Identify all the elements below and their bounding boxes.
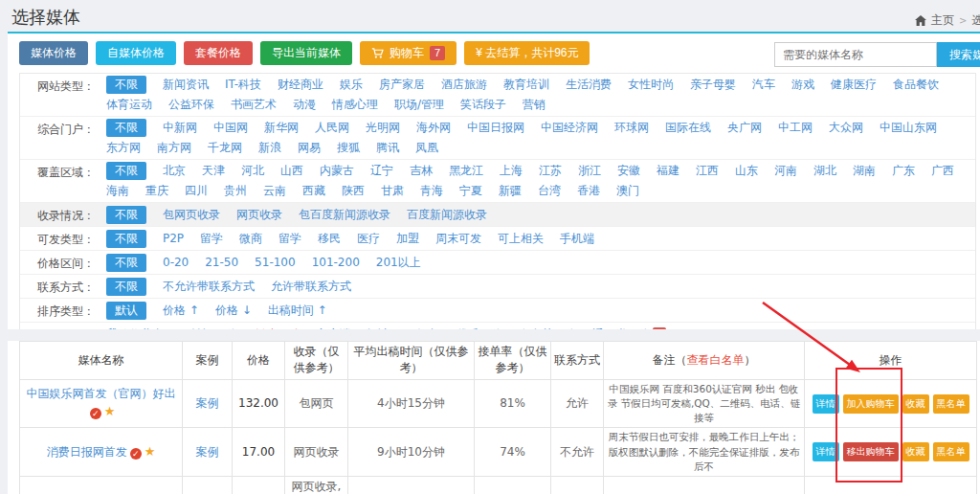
- filter-option[interactable]: 创建百科: [254, 326, 300, 330]
- filter-selected-chip[interactable]: 不限: [106, 162, 146, 180]
- filter-option[interactable]: 网页收录: [236, 206, 282, 224]
- filter-option[interactable]: 宁夏: [459, 182, 482, 200]
- filter-option[interactable]: 医疗: [357, 230, 380, 248]
- filter-option[interactable]: 视频: [417, 326, 440, 330]
- cart-button[interactable]: 购物车 7: [360, 41, 457, 65]
- filter-option[interactable]: 辽宁: [370, 162, 393, 180]
- filter-option[interactable]: 网易: [298, 139, 321, 157]
- filter-option[interactable]: 可上相关: [498, 230, 544, 248]
- filter-option[interactable]: 中工网: [778, 119, 813, 137]
- filter-option[interactable]: 百度新闻源收录: [407, 206, 487, 224]
- favorite-button[interactable]: 收藏: [902, 394, 929, 414]
- filter-option[interactable]: 重庆: [145, 182, 168, 200]
- filter-option[interactable]: 广西: [931, 162, 954, 180]
- filter-option[interactable]: 安徽: [617, 162, 640, 180]
- filter-option[interactable]: 书画艺术: [231, 96, 277, 114]
- filter-option[interactable]: 四川: [185, 182, 208, 200]
- filter-option[interactable]: 海南: [106, 182, 129, 200]
- filter-option[interactable]: 已认证媒体: [180, 326, 237, 330]
- filter-option[interactable]: 包百度新闻源收录: [299, 206, 390, 224]
- filter-selected-chip[interactable]: 不限: [106, 278, 146, 296]
- filter-option[interactable]: 留学: [200, 230, 223, 248]
- filter-option[interactable]: 陕西: [342, 182, 365, 200]
- filter-option[interactable]: 体育运动: [106, 96, 152, 114]
- filter-option[interactable]: 周末可发: [435, 230, 481, 248]
- filter-option[interactable]: 21-50: [205, 254, 238, 272]
- filter-option[interactable]: 搜狐: [337, 139, 360, 157]
- detail-button[interactable]: 详情: [813, 442, 839, 461]
- filter-option[interactable]: 价格 ↓: [215, 302, 252, 320]
- filter-option[interactable]: 101-200: [312, 254, 360, 272]
- filter-option[interactable]: 北京: [163, 162, 186, 180]
- filter-selected-chip[interactable]: 默认: [106, 302, 146, 320]
- media-name-link[interactable]: 消费日报网首发: [47, 445, 127, 459]
- filter-option[interactable]: 房产家居: [379, 76, 425, 94]
- filter-selected-chip[interactable]: 不限: [106, 254, 146, 272]
- filter-option[interactable]: 湖南: [853, 162, 876, 180]
- filter-option[interactable]: 上海: [500, 162, 523, 180]
- filter-option[interactable]: 酒店旅游: [441, 76, 487, 94]
- filter-option[interactable]: 白名单媒体: [519, 326, 576, 330]
- blacklist-button[interactable]: 黑名单: [933, 394, 969, 414]
- filter-option[interactable]: 加盟: [396, 230, 419, 248]
- remove-from-cart-button[interactable]: 移出购物车: [843, 442, 899, 461]
- filter-option[interactable]: P2P: [163, 230, 184, 248]
- filter-option[interactable]: 凤凰: [415, 139, 438, 157]
- filter-option[interactable]: 黑龙江: [449, 162, 483, 180]
- filter-option[interactable]: 海外网: [416, 119, 451, 137]
- filter-option[interactable]: 甘肃: [381, 182, 404, 200]
- filter-option[interactable]: 央广网: [727, 119, 762, 137]
- filter-option[interactable]: 湖北: [813, 162, 836, 180]
- filter-option[interactable]: 我的收藏夹: [106, 326, 164, 330]
- filter-option[interactable]: 娱乐: [340, 76, 363, 94]
- media-name-link[interactable]: 中国娱乐网首发（官网）好出: [27, 387, 176, 400]
- filter-option[interactable]: IT-科技: [225, 76, 261, 94]
- filter-option[interactable]: 51-100: [255, 254, 296, 272]
- filter-option[interactable]: 通用券媒体5: [592, 326, 666, 330]
- filter-option[interactable]: 腾讯: [376, 139, 399, 157]
- view-whitelist-link[interactable]: 查看白名单: [687, 353, 745, 367]
- filter-option[interactable]: 香港: [577, 182, 600, 200]
- filter-option[interactable]: 人民网: [315, 119, 349, 137]
- filter-option[interactable]: 河南: [774, 162, 797, 180]
- filter-option[interactable]: 山西: [280, 162, 303, 180]
- filter-option[interactable]: 移民: [318, 230, 341, 248]
- filter-option[interactable]: 阅读量: [367, 326, 401, 330]
- checkout-button[interactable]: ¥ 去结算，共计96元: [464, 41, 590, 65]
- filter-option[interactable]: 国际在线: [665, 119, 711, 137]
- filter-option[interactable]: 客户端: [316, 326, 350, 330]
- filter-option[interactable]: 价格 ↑: [163, 302, 199, 320]
- filter-option[interactable]: 健康医疗: [831, 76, 877, 94]
- filter-option[interactable]: 0-20: [163, 254, 189, 272]
- filter-selected-chip[interactable]: 不限: [106, 206, 146, 224]
- filter-option[interactable]: 内蒙古: [320, 162, 354, 180]
- filter-option[interactable]: 公益环保: [168, 96, 214, 114]
- filter-option[interactable]: 中国日报网: [467, 119, 524, 137]
- filter-option[interactable]: 汽车: [752, 76, 775, 94]
- filter-option[interactable]: 笑话段子: [460, 96, 506, 114]
- filter-option[interactable]: 中国经济网: [541, 119, 598, 137]
- filter-option[interactable]: 女性时尚: [628, 76, 674, 94]
- filter-option[interactable]: 情感心理: [332, 96, 378, 114]
- favorite-button[interactable]: 收藏: [902, 442, 929, 461]
- filter-option[interactable]: 留学: [278, 230, 301, 248]
- export-media-button[interactable]: 导出当前媒体: [260, 41, 352, 65]
- filter-selected-chip[interactable]: 不限: [106, 76, 146, 94]
- filter-option[interactable]: 新华网: [264, 119, 299, 137]
- filter-option[interactable]: 浙江: [578, 162, 601, 180]
- filter-option[interactable]: 201以上: [376, 254, 421, 272]
- filter-option[interactable]: 食品餐饮: [893, 76, 939, 94]
- filter-option[interactable]: 包网页收录: [163, 206, 220, 224]
- filter-option[interactable]: 不允许带联系方式: [163, 278, 255, 296]
- filter-option[interactable]: 西藏: [302, 182, 325, 200]
- filter-option[interactable]: 职场/管理: [394, 96, 444, 114]
- filter-option[interactable]: 大众网: [829, 119, 863, 137]
- search-button[interactable]: 搜索媒体: [937, 42, 980, 67]
- filter-option[interactable]: 游戏: [791, 76, 814, 94]
- filter-option[interactable]: 中国山东网: [880, 119, 937, 137]
- filter-option[interactable]: 贵州: [224, 182, 247, 200]
- filter-option[interactable]: 吉林: [410, 162, 433, 180]
- filter-option[interactable]: 微商: [239, 230, 262, 248]
- blacklist-button[interactable]: 黑名单: [933, 442, 969, 461]
- case-link[interactable]: 案例: [196, 396, 219, 410]
